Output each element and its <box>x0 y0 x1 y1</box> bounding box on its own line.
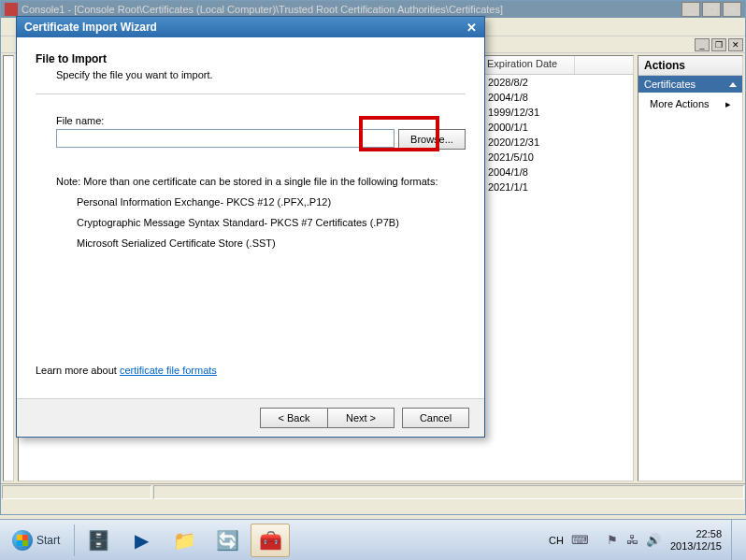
windows-flag-icon <box>17 535 28 546</box>
mmc-statusbar <box>1 483 745 500</box>
child-restore-button[interactable]: ❐ <box>711 38 726 51</box>
tray-date-text: 2013/12/15 <box>670 540 722 553</box>
wizard-note-format-1: Personal Information Exchange- PKCS #12 … <box>77 196 466 208</box>
wizard-divider <box>36 93 466 94</box>
taskbar-separator <box>74 524 75 556</box>
chevron-right-icon: ▸ <box>725 98 731 110</box>
start-button[interactable]: Start <box>4 524 68 557</box>
status-segment <box>153 485 744 499</box>
wizard-close-button[interactable]: ✕ <box>462 19 481 36</box>
mmc-actions-pane: Actions Certificates More Actions ▸ <box>638 55 743 481</box>
taskbar-item-powershell[interactable]: ▶ <box>122 524 161 557</box>
mmc-tree-pane[interactable] <box>3 55 14 481</box>
wizard-body: File to Import Specify the file you want… <box>17 37 484 398</box>
system-tray: CH ⌨ ⚑ 🖧 🔊 22:58 2013/12/15 <box>539 520 746 560</box>
wizard-subheading: Specify the file you want to import. <box>56 69 466 80</box>
certificate-file-formats-link[interactable]: certificate file formats <box>120 365 217 376</box>
child-close-button[interactable]: ✕ <box>728 38 743 51</box>
actions-item-label: More Actions <box>650 98 710 110</box>
toolbox-icon: 🧰 <box>259 529 282 552</box>
start-orb-icon <box>12 530 33 551</box>
powershell-icon: ▶ <box>135 529 149 552</box>
wizard-note-intro: Note: More than one certificate can be s… <box>56 176 466 187</box>
show-desktop-button[interactable] <box>731 520 740 561</box>
wizard-title-text: Certificate Import Wizard <box>21 21 462 34</box>
file-name-input[interactable] <box>56 129 395 148</box>
browse-button[interactable]: Browse... <box>398 129 466 150</box>
learn-more-prefix: Learn more about <box>36 365 120 376</box>
certificate-import-wizard-dialog: Certificate Import Wizard ✕ File to Impo… <box>16 16 485 438</box>
mmc-window-controls: _ ❐ ✕ <box>681 2 741 17</box>
maximize-button[interactable]: ❐ <box>702 2 721 17</box>
collapse-icon <box>729 82 737 87</box>
mmc-taskbar-icon: 🔄 <box>216 529 239 552</box>
taskbar-item-toolbox[interactable]: 🧰 <box>251 524 290 557</box>
wizard-button-bar: < Back Next > Cancel <box>17 398 484 436</box>
child-minimize-button[interactable]: _ <box>695 38 710 51</box>
language-indicator[interactable]: CH <box>545 533 567 548</box>
next-button[interactable]: Next > <box>327 408 395 428</box>
wizard-titlebar: Certificate Import Wizard ✕ <box>17 17 484 37</box>
mmc-title-text: Console1 - [Console Root\Certificates (L… <box>22 4 681 15</box>
tray-time-text: 22:58 <box>670 528 722 540</box>
speaker-tray-icon[interactable]: 🔊 <box>646 533 661 548</box>
close-button[interactable]: ✕ <box>723 2 741 17</box>
taskbar-item-mmc[interactable]: 🔄 <box>208 524 247 557</box>
actions-more-actions[interactable]: More Actions ▸ <box>638 93 742 116</box>
actions-section-certificates[interactable]: Certificates <box>638 76 742 93</box>
folder-icon: 📁 <box>173 529 196 552</box>
wizard-note-format-2: Cryptographic Message Syntax Standard- P… <box>77 217 466 228</box>
mmc-app-icon <box>5 3 18 16</box>
wizard-note-format-3: Microsoft Serialized Certificate Store (… <box>77 237 466 249</box>
start-label: Start <box>36 534 60 547</box>
status-segment <box>2 485 151 499</box>
file-name-label: File name: <box>56 115 466 126</box>
taskbar-item-server-manager[interactable]: 🗄️ <box>79 524 118 557</box>
windows-taskbar: Start 🗄️ ▶ 📁 🔄 🧰 CH ⌨ ⚑ 🖧 🔊 22:58 2013/1… <box>0 519 746 560</box>
network-tray-icon[interactable]: 🖧 <box>625 533 640 548</box>
cancel-button[interactable]: Cancel <box>402 408 469 428</box>
taskbar-item-explorer[interactable]: 📁 <box>165 524 204 557</box>
back-button[interactable]: < Back <box>260 408 327 428</box>
keyboard-icon[interactable]: ⌨ <box>573 533 588 548</box>
tray-clock[interactable]: 22:58 2013/12/15 <box>667 528 725 553</box>
flag-tray-icon[interactable]: ⚑ <box>605 533 620 548</box>
server-manager-icon: 🗄️ <box>87 529 110 552</box>
actions-section-label: Certificates <box>644 79 696 90</box>
actions-header: Actions <box>638 56 742 76</box>
wizard-learn-more: Learn more about certificate file format… <box>36 365 217 376</box>
minimize-button[interactable]: _ <box>681 2 700 17</box>
wizard-heading: File to Import <box>36 52 466 65</box>
list-header-expiration[interactable]: Expiration Date <box>481 56 575 74</box>
